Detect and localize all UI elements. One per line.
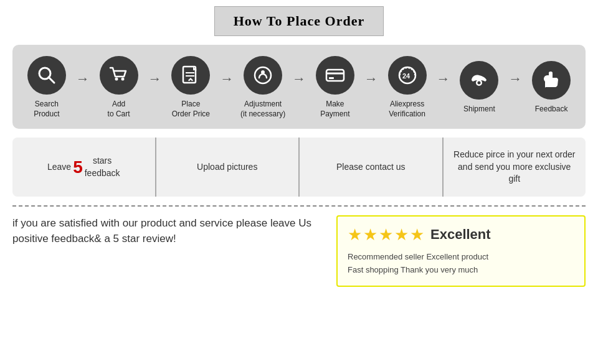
svg-point-7 [255,67,271,83]
stars-text: starsfeedback [85,155,120,179]
star-5: ★ [410,225,424,245]
steps-section: SearchProduct → Addto Cart → [12,45,586,129]
stars-row: ★ ★ ★ ★ ★ [348,225,424,245]
upload-label: Upload pictures [197,161,257,174]
step-circle-verify: 24 [388,56,427,95]
big-five-number: 5 [73,155,83,179]
star-2: ★ [363,225,377,245]
step-label-shipment: Shipment [463,105,495,114]
svg-point-3 [121,78,124,81]
review-header: ★ ★ ★ ★ ★ Excellent [348,225,574,245]
feedback-step-contact: Please contact us [300,138,444,197]
leave-text: Leave [47,161,71,174]
reduce-label: Reduce pirce in your next orderand send … [452,149,577,185]
arrow-4: → [292,71,306,87]
svg-point-14 [478,81,481,84]
svg-rect-8 [326,70,344,81]
step-label-payment: MakePayment [320,100,349,119]
review-lines: Recommended seller Excellent product Fas… [348,251,574,277]
review-line-2: Fast shopping Thank you very much [348,264,574,277]
step-circle-order [171,56,210,95]
svg-rect-10 [329,77,334,79]
review-line-1: Recommended seller Excellent product [348,251,574,264]
step-feedback: Feedback [523,61,579,114]
arrow-7: → [508,71,522,87]
step-circle-cart [100,56,138,95]
star-4: ★ [394,225,409,245]
step-cart: Addto Cart [91,56,147,119]
page-wrapper: How To Place Order SearchProduct → [0,0,598,293]
arrow-2: → [148,71,162,87]
step-circle-payment [316,56,354,95]
title-section: How To Place Order [12,6,586,36]
step-shipment: Shipment [452,61,508,114]
star-3: ★ [379,225,393,245]
step-label-order: PlaceOrder Price [172,100,210,119]
step-search: SearchProduct [19,56,75,119]
arrow-1: → [76,71,90,87]
bottom-section: if you are satisfied with our product an… [12,205,586,287]
step-label-feedback: Feedback [535,105,568,114]
contact-label: Please contact us [336,161,406,174]
step-circle-shipment [460,61,498,100]
step-circle-feedback [532,61,571,100]
step-label-adjustment: Adjustment(it necessary) [240,100,285,119]
feedback-step-upload: Upload pictures [156,138,300,197]
svg-point-2 [115,78,118,81]
feedback-steps-section: Leave 5 starsfeedback Upload pictures Pl… [12,138,586,197]
arrow-3: → [220,71,234,87]
svg-text:24: 24 [402,72,411,80]
feedback-steps-row: Leave 5 starsfeedback Upload pictures Pl… [12,138,586,197]
step-circle-search [27,56,66,95]
step-circle-adjustment [244,56,282,95]
step-label-verify: AliexpressVerification [389,100,425,119]
step-adjustment: Adjustment(it necessary) [235,56,291,119]
step-order: PlaceOrder Price [163,56,219,119]
page-title: How To Place Order [214,6,384,36]
feedback-step-reduce: Reduce pirce in your next orderand send … [444,138,586,197]
steps-row: SearchProduct → Addto Cart → [19,56,579,119]
step-verify: 24 AliexpressVerification [379,56,435,119]
excellent-label: Excellent [430,226,491,243]
svg-line-1 [49,77,54,83]
step-label-cart: Addto Cart [108,100,130,119]
arrow-5: → [364,71,378,87]
review-box: ★ ★ ★ ★ ★ Excellent Recommended seller E… [336,215,586,287]
arrow-6: → [437,71,450,87]
bottom-text: if you are satisfied with our product an… [12,215,324,247]
star-1: ★ [348,225,362,245]
step-label-search: SearchProduct [34,100,59,119]
feedback-step-stars: Leave 5 starsfeedback [12,138,156,197]
step-payment: MakePayment [307,56,363,119]
